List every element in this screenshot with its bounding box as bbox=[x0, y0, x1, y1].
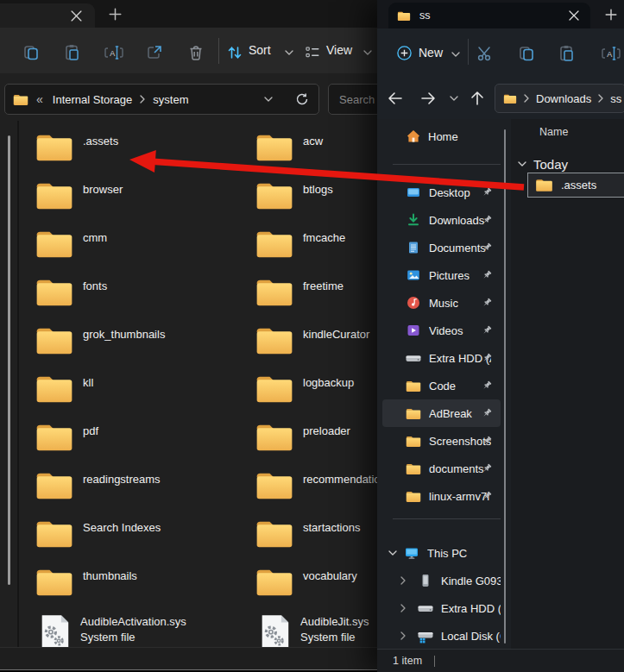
list-column-name[interactable]: Name bbox=[539, 126, 568, 138]
folder-item[interactable]: readingstreams bbox=[35, 469, 255, 518]
chevron-down-icon[interactable] bbox=[518, 161, 526, 166]
copy-button[interactable] bbox=[518, 45, 535, 62]
breadcrumb-item[interactable]: ss bbox=[610, 92, 621, 105]
folder-item[interactable]: thumbnails bbox=[35, 566, 255, 614]
sidebar-item-music[interactable]: Music bbox=[382, 289, 501, 317]
folder-item[interactable]: preloader bbox=[255, 421, 377, 469]
chevron-right-icon[interactable] bbox=[400, 604, 406, 612]
tree-item-kindle[interactable]: Kindle G093KN bbox=[382, 567, 501, 594]
sidebar-spacer bbox=[382, 510, 507, 539]
folder-icon bbox=[406, 407, 421, 420]
up-button[interactable] bbox=[470, 91, 484, 106]
sidebar-scrollbar[interactable] bbox=[504, 129, 506, 644]
new-icon[interactable] bbox=[396, 45, 413, 61]
tree-item-this-pc[interactable]: This PC bbox=[382, 539, 501, 567]
folder-item[interactable]: vocabulary bbox=[255, 566, 377, 614]
copy-button[interactable] bbox=[22, 44, 40, 61]
sidebar-item-documents-folder[interactable]: documents bbox=[382, 455, 501, 482]
folder-icon bbox=[255, 179, 294, 211]
recent-locations-icon[interactable] bbox=[450, 96, 458, 101]
system-file-icon bbox=[39, 614, 71, 647]
folder-item[interactable]: Search Indexes bbox=[35, 518, 255, 566]
address-dropdown-icon[interactable] bbox=[264, 97, 273, 102]
new-button[interactable]: New bbox=[419, 46, 443, 60]
sidebar-item-desktop[interactable]: Desktop bbox=[382, 179, 501, 206]
sidebar-item-home[interactable]: Home bbox=[382, 122, 501, 150]
breadcrumb[interactable]: Downloads ss bbox=[495, 84, 624, 113]
sidebar-item-extra-hdd[interactable]: Extra HDD (A bbox=[382, 344, 501, 372]
chevron-right-icon[interactable] bbox=[400, 631, 406, 640]
chevron-down-icon[interactable] bbox=[388, 550, 397, 556]
folder-item[interactable]: recommendation bbox=[255, 469, 377, 518]
close-tab-icon[interactable] bbox=[569, 10, 579, 21]
folder-icon bbox=[406, 462, 421, 475]
command-bar: Sort View bbox=[0, 28, 377, 73]
chevron-right-icon[interactable] bbox=[400, 576, 406, 585]
folder-item[interactable]: fmcache bbox=[255, 228, 377, 276]
folder-item[interactable]: grok_thumbnails bbox=[35, 324, 255, 373]
folder-item[interactable]: acw bbox=[255, 131, 377, 179]
folder-name: recommendation bbox=[303, 473, 377, 486]
rename-button[interactable] bbox=[602, 45, 621, 62]
breadcrumb-overflow[interactable]: « bbox=[36, 92, 43, 106]
back-button[interactable] bbox=[388, 91, 403, 105]
file-item[interactable]: AudibleActivation.sys System file 560 by… bbox=[35, 614, 255, 647]
forward-button[interactable] bbox=[420, 91, 436, 105]
view-button[interactable]: View bbox=[326, 43, 352, 57]
tree-item-extra-hdd[interactable]: Extra HDD (A:) bbox=[382, 594, 501, 622]
sidebar-item-documents[interactable]: Documents bbox=[382, 234, 501, 261]
folder-item[interactable]: kindleCurator bbox=[255, 324, 377, 373]
sort-icon[interactable] bbox=[226, 44, 243, 61]
new-tab-button[interactable] bbox=[109, 8, 122, 21]
folder-icon bbox=[35, 373, 74, 405]
folder-item[interactable]: logbackup bbox=[255, 373, 377, 421]
home-icon bbox=[407, 129, 420, 143]
folder-item[interactable]: fonts bbox=[35, 276, 255, 324]
paste-button[interactable] bbox=[64, 44, 81, 61]
file-list-item-assets[interactable]: .assets bbox=[527, 173, 624, 198]
group-header-today[interactable]: Today bbox=[511, 154, 568, 174]
sidebar-divider bbox=[393, 518, 501, 519]
folder-item[interactable]: browser bbox=[35, 179, 255, 228]
folder-name: thumbnails bbox=[83, 569, 137, 582]
file-item[interactable]: AudibleJit.sys System file 1 bytes bbox=[255, 614, 377, 647]
breadcrumb[interactable]: « Internal Storage system bbox=[4, 84, 319, 115]
sidebar-item-videos[interactable]: Videos bbox=[382, 317, 501, 344]
breadcrumb-item[interactable]: Internal Storage bbox=[53, 93, 133, 106]
refresh-button[interactable] bbox=[295, 92, 309, 106]
tab-ss[interactable]: ss bbox=[388, 3, 590, 28]
navigation-pane: Home Desktop Downloads Documents bbox=[382, 122, 507, 650]
cut-button[interactable] bbox=[476, 45, 493, 62]
delete-button[interactable] bbox=[187, 44, 205, 61]
sidebar-item-downloads[interactable]: Downloads bbox=[382, 206, 501, 234]
sidebar-item-label: Pictures bbox=[429, 269, 470, 282]
tab-system[interactable] bbox=[0, 3, 95, 28]
share-button[interactable] bbox=[146, 44, 163, 61]
folder-item[interactable]: .assets bbox=[35, 131, 255, 179]
rename-button[interactable] bbox=[104, 44, 123, 61]
sort-button[interactable]: Sort bbox=[249, 43, 271, 57]
folder-name: browser bbox=[83, 183, 123, 196]
folder-item[interactable]: btlogs bbox=[255, 179, 377, 228]
folder-item[interactable]: cmm bbox=[35, 228, 255, 276]
folder-item[interactable]: startactions bbox=[255, 518, 377, 566]
folder-item[interactable]: kll bbox=[35, 373, 255, 421]
pin-icon bbox=[482, 215, 492, 225]
sidebar-item-pictures[interactable]: Pictures bbox=[382, 261, 501, 289]
sidebar-item-code[interactable]: Code bbox=[382, 372, 501, 399]
vertical-scrollbar[interactable] bbox=[8, 135, 10, 585]
paste-button[interactable] bbox=[558, 45, 576, 62]
breadcrumb-item[interactable]: system bbox=[153, 93, 188, 106]
sidebar-item-screenshots[interactable]: Screenshots bbox=[382, 427, 501, 455]
folder-item[interactable]: freetime bbox=[255, 276, 377, 324]
folder-name: kll bbox=[83, 376, 93, 389]
sidebar-item-linux-armv7l[interactable]: linux-armv7l bbox=[382, 482, 501, 510]
close-tab-icon[interactable] bbox=[71, 10, 82, 22]
breadcrumb-item[interactable]: Downloads bbox=[536, 92, 591, 105]
sidebar-item-adbreak[interactable]: AdBreak bbox=[382, 399, 501, 427]
tree-item-local-disk-c[interactable]: Local Disk (C:) bbox=[382, 622, 501, 650]
new-tab-button[interactable] bbox=[605, 9, 617, 21]
view-icon[interactable] bbox=[304, 44, 321, 61]
folder-item[interactable]: pdf bbox=[35, 421, 255, 469]
folder-icon bbox=[35, 421, 74, 453]
